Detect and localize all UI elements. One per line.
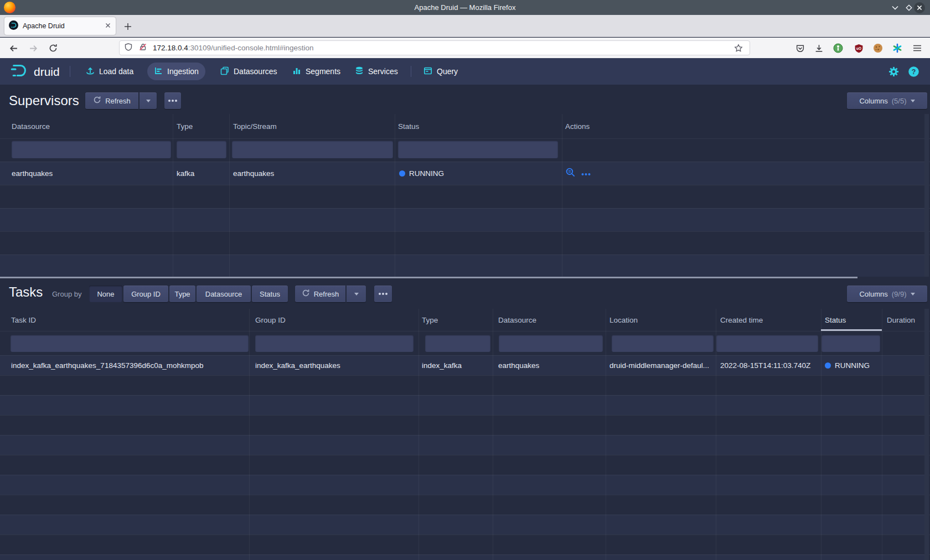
ublock-icon[interactable]: uO: [852, 42, 865, 55]
tasks-columns-button[interactable]: Columns (9/9): [847, 286, 927, 302]
column-header-topic-stream[interactable]: Topic/Stream: [233, 114, 277, 138]
filter-datasource-input[interactable]: [12, 141, 171, 158]
supervisor-type-cell[interactable]: kafka: [177, 162, 194, 185]
help-icon[interactable]: ?: [908, 66, 919, 79]
column-header-type[interactable]: Type: [177, 114, 193, 138]
row-divider: [0, 535, 930, 535]
column-header-status[interactable]: Status: [398, 114, 419, 138]
supervisor-topic-cell[interactable]: earthquakes: [233, 162, 274, 185]
nav-datasources[interactable]: Datasources: [214, 63, 284, 80]
task-location-cell[interactable]: druid-middlemanager-defaul...: [609, 355, 709, 375]
pocket-icon[interactable]: [793, 42, 807, 55]
asterisk-extension-icon[interactable]: [891, 42, 904, 55]
download-icon[interactable]: [812, 42, 825, 55]
bookmark-star-icon[interactable]: [734, 44, 743, 55]
nav-segments[interactable]: Segments: [286, 63, 347, 80]
column-header-datasource[interactable]: Datasource: [12, 114, 50, 138]
column-divider: [229, 114, 230, 277]
filter-status-input[interactable]: [398, 141, 558, 158]
gear-icon[interactable]: [888, 66, 899, 79]
filter-task-id-input[interactable]: [11, 335, 249, 352]
nav-services[interactable]: Services: [348, 63, 405, 80]
column-header-location[interactable]: Location: [609, 309, 638, 331]
druid-logo[interactable]: druid: [10, 63, 60, 81]
window-titlebar: Apache Druid — Mozilla Firefox: [0, 0, 930, 15]
group-by-type-button[interactable]: Type: [169, 286, 195, 302]
cookie-icon[interactable]: [871, 42, 885, 55]
supervisors-columns-button[interactable]: Columns (5/5): [847, 92, 927, 109]
group-by-none-button[interactable]: None: [89, 286, 122, 302]
task-type-cell[interactable]: index_kafka: [422, 355, 462, 375]
more-icon[interactable]: [581, 169, 591, 178]
tracking-shield-icon[interactable]: [124, 43, 133, 54]
nav-query[interactable]: Query: [417, 63, 464, 80]
column-header-datasource[interactable]: Datasource: [498, 309, 536, 331]
magnify-icon[interactable]: [565, 167, 576, 179]
column-header-created-time[interactable]: Created time: [720, 309, 763, 331]
browser-tab[interactable]: Apache Druid: [4, 17, 116, 35]
window-close-icon[interactable]: [913, 2, 926, 14]
new-tab-icon[interactable]: [122, 20, 134, 33]
svg-text:uO: uO: [856, 46, 861, 50]
filter-created-time-input[interactable]: [716, 335, 818, 352]
tasks-more-button[interactable]: [374, 286, 392, 302]
task-created-time-cell[interactable]: 2022-08-15T14:11:03.740Z: [720, 355, 810, 375]
supervisors-title: Supervisors: [9, 93, 79, 108]
filter-topic-stream-input[interactable]: [232, 141, 393, 158]
back-icon[interactable]: [7, 42, 20, 55]
tasks-refresh-button[interactable]: Refresh: [295, 286, 345, 302]
task-group-id-cell[interactable]: index_kafka_earthquakes: [255, 355, 340, 375]
window-title: Apache Druid — Mozilla Firefox: [0, 3, 930, 12]
url-text[interactable]: 172.18.0.4:30109/unified-console.html#in…: [153, 44, 313, 52]
filter-type-input[interactable]: [177, 141, 226, 158]
supervisors-refresh-button[interactable]: Refresh: [85, 92, 138, 109]
scrollbar[interactable]: [924, 114, 929, 277]
tab-close-icon[interactable]: [105, 21, 111, 31]
refresh-label: Refresh: [105, 97, 131, 105]
table-row[interactable]: [0, 162, 924, 185]
supervisor-status-cell[interactable]: RUNNING: [399, 162, 444, 185]
group-by-datasource-button[interactable]: Datasource: [197, 286, 251, 302]
column-header-group-id[interactable]: Group ID: [255, 309, 286, 331]
refresh-icon: [93, 96, 101, 106]
row-divider: [0, 331, 930, 331]
navbar-separator: [70, 66, 70, 77]
task-status-cell[interactable]: RUNNING: [825, 355, 870, 375]
supervisors-more-button[interactable]: [164, 92, 181, 109]
task-id-cell[interactable]: index_kafka_earthquakes_7184357396d6c0a_…: [11, 355, 204, 375]
druid-navbar: druid Load data Ingestion Datasources Se…: [0, 58, 930, 85]
column-header-actions: Actions: [565, 114, 590, 138]
refresh-icon: [302, 289, 310, 299]
filter-status-input[interactable]: [822, 335, 880, 352]
chevron-down-icon: [146, 100, 151, 102]
supervisor-datasource-cell[interactable]: earthquakes: [12, 162, 53, 185]
filter-location-input[interactable]: [612, 335, 714, 352]
forward-icon[interactable]: [27, 42, 40, 55]
column-header-duration[interactable]: Duration: [887, 309, 915, 331]
scrollbar[interactable]: [924, 309, 929, 560]
group-by-group-id-button[interactable]: Group ID: [123, 286, 168, 302]
url-bar[interactable]: 172.18.0.4:30109/unified-console.html#in…: [119, 40, 750, 55]
tasks-refresh-dropdown-button[interactable]: [347, 286, 366, 302]
filter-group-id-input[interactable]: [255, 335, 414, 352]
column-header-status[interactable]: Status: [825, 309, 846, 331]
group-by-status-button[interactable]: Status: [252, 286, 288, 302]
column-header-task-id[interactable]: Task ID: [11, 309, 36, 331]
supervisors-refresh-dropdown-button[interactable]: [140, 92, 157, 109]
hamburger-menu-icon[interactable]: [911, 42, 924, 55]
running-status-dot: [399, 170, 405, 177]
window-minimize-icon[interactable]: [889, 2, 901, 14]
section-splitter[interactable]: [0, 277, 857, 278]
supervisors-table: Datasource Type Topic/Stream Status Acti…: [0, 114, 930, 277]
filter-type-input[interactable]: [425, 335, 490, 352]
extension-green-icon[interactable]: [831, 42, 845, 55]
nav-ingestion[interactable]: Ingestion: [147, 63, 205, 80]
task-datasource-cell[interactable]: earthquakes: [498, 355, 539, 375]
nav-load-data[interactable]: Load data: [79, 63, 140, 80]
filter-datasource-input[interactable]: [499, 335, 603, 352]
empty-row: [0, 515, 924, 535]
column-header-type[interactable]: Type: [422, 309, 438, 331]
reload-icon[interactable]: [46, 42, 60, 55]
ingestion-icon: [154, 66, 163, 77]
insecure-lock-icon[interactable]: [138, 43, 147, 54]
